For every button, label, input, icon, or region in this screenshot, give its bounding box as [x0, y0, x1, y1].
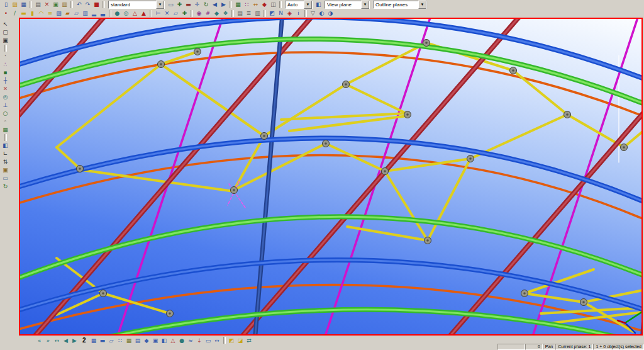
select-parts-icon[interactable]: ▬ — [99, 337, 107, 344]
connection-node[interactable] — [167, 310, 174, 317]
chevron-down-icon[interactable]: ▼ — [156, 1, 164, 9]
new-model-icon[interactable]: ▯ — [2, 1, 10, 8]
create-grid-icon[interactable]: ▦ — [234, 1, 242, 8]
set-view-plane-icon[interactable]: ◧ — [314, 1, 323, 8]
cut-icon[interactable]: ✕ — [43, 1, 51, 8]
clash-check-icon[interactable]: ◆ — [260, 1, 269, 8]
zoom-extents-icon[interactable]: ▭ — [167, 1, 175, 8]
construction-line-icon[interactable]: / — [11, 9, 19, 17]
create-report-icon[interactable]: ▥ — [253, 9, 262, 17]
save-model-icon[interactable]: ▦ — [19, 1, 28, 8]
connection-node[interactable] — [382, 168, 389, 175]
brace-yellow-2[interactable] — [161, 64, 264, 136]
set-workplane-icon[interactable]: ◧ — [1, 142, 9, 149]
create-detail-icon[interactable]: ◉ — [195, 9, 203, 17]
contour-plate-icon[interactable]: ▰ — [64, 9, 72, 17]
snap-free-icon[interactable]: · — [1, 52, 9, 60]
create-panel-icon[interactable]: ▥ — [81, 9, 89, 17]
twin-profile-icon[interactable]: ≡ — [46, 9, 54, 17]
copy-icon[interactable]: ▣ — [52, 1, 60, 8]
connection-node[interactable] — [323, 140, 330, 147]
snap-end-icon[interactable]: ▪ — [1, 69, 9, 76]
snap-nearest-icon[interactable]: ◦ — [1, 118, 9, 125]
fit-part-end-icon[interactable]: ⊢ — [154, 9, 162, 17]
component-catalog-icon[interactable]: ◆ — [213, 9, 221, 17]
drawing-list-icon[interactable]: ≣ — [245, 9, 253, 17]
select-assemblies-icon[interactable]: ▣ — [1, 37, 9, 44]
brace-yellow-24[interactable] — [385, 171, 428, 240]
connection-node[interactable] — [77, 166, 84, 172]
go-last-frame-icon[interactable]: » — [44, 337, 52, 344]
pad-footing-icon[interactable]: ▂ — [90, 9, 98, 17]
open-model-icon[interactable]: ▨ — [11, 1, 19, 8]
select-points-icon[interactable]: ∷ — [116, 337, 125, 344]
pan-view-icon[interactable]: ✛ — [193, 1, 201, 8]
walk-back-icon[interactable]: ◀ — [62, 337, 70, 344]
inquire-object-icon[interactable]: i — [294, 9, 303, 17]
ortho-mode-icon[interactable]: ∟ — [1, 150, 9, 157]
chevron-down-icon[interactable]: ▼ — [361, 1, 369, 9]
arch-green-mid[interactable] — [20, 217, 641, 282]
select-all-icon[interactable]: ▦ — [90, 337, 98, 344]
select-surfaces-icon[interactable]: ▱ — [108, 337, 116, 344]
display-settings-icon[interactable]: ◐ — [318, 9, 326, 17]
pan-arrows-icon[interactable]: ↔ — [53, 337, 61, 344]
select-loads-icon[interactable]: ↓ — [196, 337, 204, 344]
zoom-out-icon[interactable]: ▬ — [184, 1, 192, 8]
create-slab-icon[interactable]: ▱ — [72, 9, 80, 17]
brace-yellow-22[interactable] — [57, 147, 80, 169]
clash-detect-icon[interactable]: ◈ — [286, 9, 294, 17]
next-view-icon[interactable]: ▶ — [219, 1, 228, 8]
select-reinforcement-icon[interactable]: ≈ — [187, 337, 195, 344]
brace-yellow-25[interactable] — [525, 293, 584, 302]
select-distances-icon[interactable]: ↔ — [213, 337, 221, 344]
view-filter-icon[interactable]: ▽ — [309, 9, 317, 17]
snap-center-icon[interactable]: ◎ — [1, 93, 9, 101]
view-depth-icon[interactable]: ⇅ — [1, 158, 9, 166]
connection-node[interactable] — [510, 67, 517, 74]
connection-node[interactable] — [621, 144, 628, 151]
rotation-mode-combobox[interactable]: Auto▼ — [285, 1, 313, 9]
create-connection-icon[interactable]: # — [204, 9, 212, 17]
zoom-in-icon[interactable]: ✚ — [175, 1, 184, 8]
brace-yellow-4[interactable] — [346, 84, 409, 115]
create-points-icon[interactable]: ∷ — [243, 1, 251, 8]
select-pointer-icon[interactable]: ↖ — [1, 20, 9, 28]
view-plane-combobox[interactable]: View plane▼ — [325, 1, 370, 9]
connection-node[interactable] — [564, 111, 571, 118]
measure-icon[interactable]: ↔ — [252, 1, 260, 8]
paste-icon[interactable]: ▥ — [60, 1, 69, 8]
zoom-window-icon[interactable]: ▭ — [1, 174, 9, 182]
connection-node[interactable] — [194, 48, 201, 55]
phase-manager-icon[interactable]: ◩ — [268, 9, 276, 17]
render-settings-icon[interactable]: ◑ — [326, 9, 335, 17]
connection-node[interactable] — [580, 299, 587, 306]
model-canvas[interactable] — [20, 19, 641, 334]
connection-node[interactable] — [261, 133, 268, 140]
create-weld-icon[interactable]: △ — [131, 9, 139, 17]
drag-and-drop-icon[interactable]: ⇄ — [245, 337, 253, 344]
snap-override-a-icon[interactable]: ◩ — [228, 337, 236, 344]
previous-view-icon[interactable]: ◀ — [211, 1, 219, 8]
connection-node[interactable] — [343, 81, 350, 88]
snap-perpendicular-icon[interactable]: ⊥ — [1, 101, 9, 109]
undo-icon[interactable]: ↶ — [75, 1, 83, 8]
auto-connection-icon[interactable]: ❖ — [221, 9, 230, 17]
select-grid-lines-icon[interactable]: ▤ — [134, 337, 142, 344]
cut-part-icon[interactable]: ✕ — [163, 9, 171, 17]
brace-yellow-1[interactable] — [57, 64, 161, 147]
interrupt-icon[interactable]: ■ — [92, 1, 101, 8]
create-beam-icon[interactable]: ▬ — [19, 9, 28, 17]
print-icon[interactable]: ▤ — [34, 1, 42, 8]
connection-node[interactable] — [404, 111, 411, 118]
go-first-frame-icon[interactable]: « — [35, 337, 43, 344]
walk-forward-icon[interactable]: ▶ — [70, 337, 79, 344]
brace-yellow-19[interactable] — [103, 293, 170, 313]
snap-tangent-icon[interactable]: ○ — [1, 110, 9, 117]
chevron-down-icon[interactable]: ▼ — [418, 1, 426, 9]
create-column-icon[interactable]: ▮ — [28, 9, 36, 17]
chevron-down-icon[interactable]: ▼ — [304, 1, 312, 9]
snap-grid-icon[interactable]: ▦ — [1, 126, 9, 133]
connection-node[interactable] — [467, 155, 474, 162]
snap-intersection-icon[interactable]: ✕ — [1, 85, 9, 93]
